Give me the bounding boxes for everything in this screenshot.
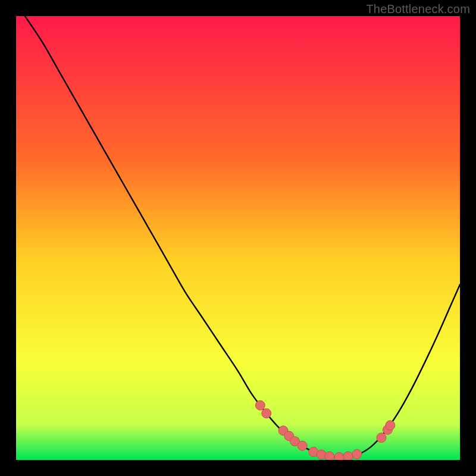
highlight-dot — [325, 452, 334, 460]
highlight-dot — [343, 452, 353, 460]
highlight-dot — [377, 433, 386, 443]
chart-frame: TheBottleneck.com — [0, 0, 476, 476]
highlight-dot — [262, 409, 271, 418]
highlight-dot — [386, 421, 395, 430]
gradient-background — [16, 16, 460, 460]
highlight-dot — [352, 449, 362, 459]
highlight-dot — [334, 453, 344, 460]
chart-svg — [16, 16, 460, 460]
highlight-dot — [298, 441, 307, 450]
attribution-text: TheBottleneck.com — [366, 2, 470, 16]
highlight-dot — [255, 400, 265, 410]
plot-area — [16, 16, 460, 460]
